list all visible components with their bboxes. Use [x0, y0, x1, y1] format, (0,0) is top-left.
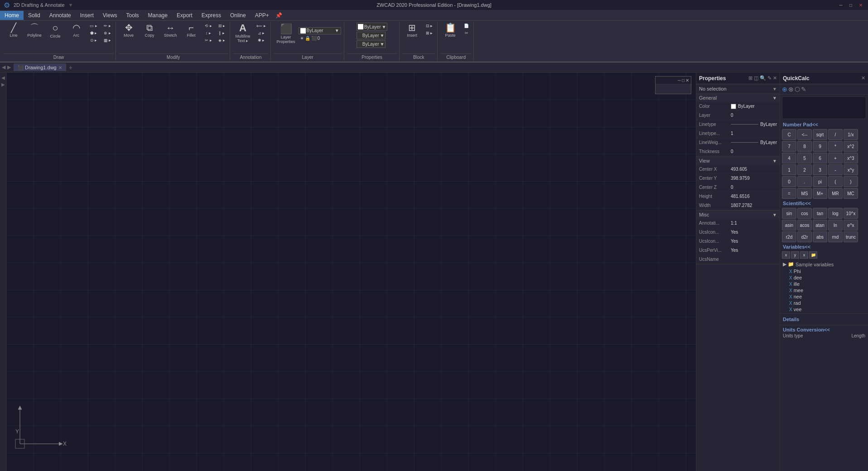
- block-extra-2[interactable]: ⊠ ▸: [424, 30, 435, 36]
- calc-btn-mc[interactable]: MC: [844, 188, 858, 199]
- menu-express[interactable]: Express: [197, 11, 226, 20]
- multiline-text-button[interactable]: A MultilineText ▸: [233, 22, 253, 44]
- var-btn-3[interactable]: x: [800, 251, 808, 259]
- calc-btn-asin[interactable]: asin: [782, 220, 796, 231]
- draw-extra-1[interactable]: ▭ ▸: [88, 23, 99, 29]
- var-btn-1[interactable]: x: [782, 251, 790, 259]
- block-extra-1[interactable]: ⊟ ▸: [424, 23, 435, 29]
- calc-btn-mul[interactable]: *: [828, 141, 843, 152]
- calc-btn-1[interactable]: 1: [782, 164, 796, 175]
- misc-collapse[interactable]: ▼: [772, 212, 777, 217]
- workspace-dropdown[interactable]: 2D Drafting & Annotate: [14, 2, 65, 8]
- menu-tools[interactable]: Tools: [122, 11, 144, 20]
- menu-views[interactable]: Views: [98, 11, 122, 20]
- polyline-button[interactable]: ⌒ Polyline: [24, 22, 44, 39]
- layer-dropdown-arrow[interactable]: ▼: [335, 28, 339, 33]
- calc-btn-8[interactable]: 8: [797, 141, 812, 152]
- sidebar-collapse-icon[interactable]: ◀: [1, 75, 5, 80]
- props-icon-2[interactable]: ◫: [754, 75, 758, 81]
- modify-extra-1[interactable]: ⟲ ▸: [203, 23, 214, 29]
- document-tab-drawing1[interactable]: ⬛ Drawing1.dwg ✕: [14, 63, 66, 71]
- quickcalc-close[interactable]: ✕: [861, 75, 865, 81]
- calc-btn-atan[interactable]: atan: [813, 220, 827, 231]
- calc-btn-5[interactable]: 5: [797, 153, 812, 163]
- draw-extra-3[interactable]: ⊙ ▸: [88, 37, 99, 43]
- calc-btn-r2d[interactable]: r2d: [782, 231, 796, 242]
- draw-extra-6[interactable]: ▦ ▸: [102, 37, 113, 43]
- arc-button[interactable]: ◠ Arc: [66, 22, 86, 39]
- folder-expand-icon[interactable]: ▶: [783, 261, 786, 267]
- menu-annotate[interactable]: Annotate: [45, 11, 76, 20]
- calc-btn-d2r[interactable]: d2r: [797, 231, 812, 242]
- draw-extra-4[interactable]: ✏ ▸: [102, 23, 113, 29]
- selection-dropdown[interactable]: No selection ▼: [696, 84, 780, 94]
- calc-btn-C[interactable]: C: [782, 129, 796, 140]
- color-dropdown[interactable]: ByLayer ▼: [357, 23, 388, 31]
- view-section-header[interactable]: View ▼: [696, 157, 780, 165]
- menu-online[interactable]: Online: [226, 11, 251, 20]
- lineweight-arrow[interactable]: ▼: [380, 42, 384, 47]
- draw-extra-5[interactable]: ⊗ ▸: [102, 30, 113, 36]
- tab-close[interactable]: ✕: [58, 65, 62, 70]
- fillet-button[interactable]: ⌐ Fillet: [181, 22, 201, 39]
- calc-btn-3[interactable]: 3: [813, 164, 827, 175]
- calc-btn-rparen[interactable]: ): [844, 176, 858, 187]
- calc-btn-sqrt[interactable]: sqrt: [813, 129, 827, 140]
- calc-btn-7[interactable]: 7: [782, 141, 796, 152]
- calc-btn-10x[interactable]: 10^x: [844, 208, 858, 219]
- stretch-button[interactable]: ↔ Stretch: [160, 22, 180, 39]
- general-collapse[interactable]: ▼: [772, 96, 777, 101]
- line-button[interactable]: ╱ Line: [4, 22, 24, 39]
- menu-insert[interactable]: Insert: [76, 11, 98, 20]
- calc-btn-tan[interactable]: tan: [813, 208, 827, 219]
- modify-extra-6[interactable]: ◈ ▸: [217, 37, 227, 43]
- calc-btn-xy[interactable]: x^y: [844, 164, 858, 175]
- calc-tool-3[interactable]: ⬡: [795, 86, 800, 93]
- calc-btn-9[interactable]: 9: [813, 141, 827, 152]
- insert-button[interactable]: ⊞ Insert: [402, 22, 422, 39]
- calc-btn-mplus[interactable]: M+: [813, 188, 827, 199]
- props-icon-4[interactable]: ✎: [767, 75, 772, 81]
- calc-btn-x3[interactable]: x^3: [844, 153, 858, 163]
- calc-btn-div[interactable]: /: [828, 129, 843, 140]
- calc-btn-abs[interactable]: abs: [813, 231, 827, 242]
- calc-tool-4[interactable]: ✎: [801, 86, 806, 93]
- tab-nav-left[interactable]: ◀: [2, 64, 5, 70]
- copy-button[interactable]: ⧉ Copy: [140, 22, 159, 39]
- calc-btn-log[interactable]: log: [828, 208, 843, 219]
- float-win-close[interactable]: ✕: [685, 78, 689, 83]
- calc-btn-mr[interactable]: MR: [828, 188, 843, 199]
- calc-btn-acos[interactable]: acos: [797, 220, 812, 231]
- calc-btn-ex[interactable]: e^x: [844, 220, 858, 231]
- draw-extra-2[interactable]: ⬟ ▸: [88, 30, 99, 36]
- move-button[interactable]: ✥ Move: [119, 22, 139, 39]
- restore-button[interactable]: □: [847, 1, 854, 9]
- float-win-restore[interactable]: □: [682, 78, 685, 83]
- clipboard-extra-1[interactable]: 📄: [462, 23, 471, 29]
- calc-btn-eq[interactable]: =: [782, 188, 796, 199]
- layer-dropdown[interactable]: ByLayer ▼: [299, 27, 341, 34]
- calc-btn-0[interactable]: 0: [782, 176, 796, 187]
- minimize-button[interactable]: ─: [837, 1, 844, 9]
- modify-extra-4[interactable]: ⊞ ▸: [217, 23, 227, 29]
- menu-manage[interactable]: Manage: [144, 11, 172, 20]
- sidebar-expand-icon[interactable]: ▶: [1, 82, 5, 87]
- tab-nav-right[interactable]: ▶: [7, 64, 11, 70]
- props-close[interactable]: ✕: [773, 75, 777, 81]
- layer-properties-button[interactable]: ⬛ LayerProperties: [275, 23, 298, 45]
- menu-home[interactable]: Home: [0, 11, 24, 20]
- calc-btn-2[interactable]: 2: [797, 164, 812, 175]
- calc-btn-cos[interactable]: cos: [797, 208, 812, 219]
- props-icon-1[interactable]: ⊞: [748, 75, 752, 81]
- anno-extra-2[interactable]: ⊿ ▸: [255, 30, 268, 36]
- view-collapse[interactable]: ▼: [772, 159, 777, 163]
- modify-extra-2[interactable]: ↕ ▸: [203, 30, 214, 36]
- calc-btn-rnd[interactable]: rnd: [828, 231, 843, 242]
- lineweight-dropdown[interactable]: ByLayer ▼: [357, 40, 386, 48]
- modify-extra-3[interactable]: ✂ ▸: [203, 37, 214, 43]
- canvas-area[interactable]: ─ □ ✕ Y X: [6, 72, 696, 471]
- menu-app+[interactable]: APP+: [251, 11, 274, 20]
- calc-btn-lparen[interactable]: (: [828, 176, 843, 187]
- float-win-minimize[interactable]: ─: [678, 78, 681, 83]
- calc-btn-trunc[interactable]: trunc: [844, 231, 858, 242]
